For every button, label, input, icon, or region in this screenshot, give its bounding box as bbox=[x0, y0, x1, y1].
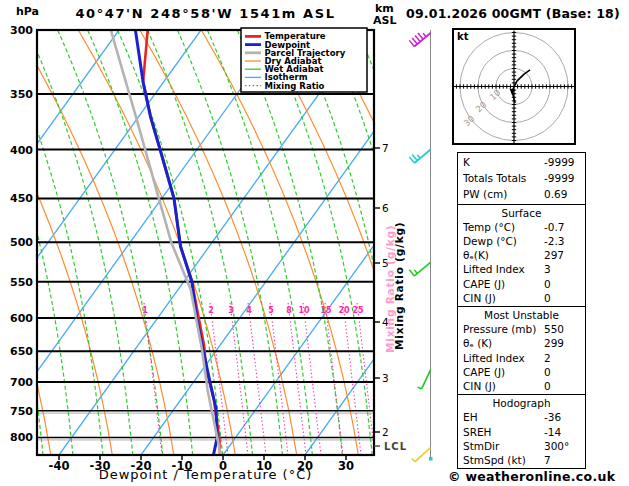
table-row: θₑ(K)297 bbox=[458, 248, 585, 262]
mixing-ratio-line bbox=[303, 302, 321, 455]
mixing-ratio-line bbox=[288, 302, 306, 455]
pressure-tick-label: 350 bbox=[10, 88, 33, 101]
wind-barb-full-tick bbox=[412, 154, 417, 160]
table-section-header: Most Unstable bbox=[458, 308, 585, 322]
altitude-km-tick-label: 3 bbox=[382, 372, 389, 384]
wind-barb-full-tick bbox=[409, 270, 414, 276]
table-row: Lifted Index2 bbox=[458, 351, 585, 365]
pressure-tick-label: 550 bbox=[10, 276, 33, 289]
table-row-value: -9999 bbox=[544, 154, 575, 170]
table-row-label: Temp (°C) bbox=[463, 220, 544, 234]
lcl-marker-label: LCL bbox=[384, 441, 407, 452]
table-row-label: SREH bbox=[463, 425, 544, 439]
wind-barb-full-tick bbox=[418, 33, 423, 39]
legend: TemperatureDewpointParcel TrajectoryDry … bbox=[241, 28, 367, 92]
table-row-label: θₑ (K) bbox=[463, 336, 544, 350]
table-section-most-unstable: Most UnstablePressure (mb)550θₑ (K)299Li… bbox=[458, 306, 585, 394]
table-row-value: 7 bbox=[544, 453, 551, 467]
temperature-axis-label: Dewpoint / Temperature (°C) bbox=[37, 467, 374, 482]
mixing-ratio-value-label: 3 bbox=[228, 306, 234, 315]
pressure-tick-label: 500 bbox=[10, 236, 33, 249]
table-row: K-9999 bbox=[458, 154, 585, 170]
run-datetime-label: 09.01.2026 00GMT (Base: 18) bbox=[406, 6, 620, 21]
hodograph: 102030 bbox=[453, 29, 575, 144]
wind-barb-staff bbox=[415, 448, 431, 462]
table-row-value: 0 bbox=[544, 291, 551, 305]
wind-barb-half-tick bbox=[418, 387, 422, 389]
legend-entry-label: Mixing Ratio bbox=[265, 81, 325, 91]
mixing-ratio-value-label: 25 bbox=[352, 306, 364, 315]
mixing-ratio-value-label: 20 bbox=[338, 306, 350, 315]
table-row-value: 297 bbox=[544, 248, 564, 262]
table-row: CAPE (J)0 bbox=[458, 365, 585, 379]
table-row: PW (cm)0.69 bbox=[458, 186, 585, 202]
pressure-tick-label: 750 bbox=[10, 405, 33, 418]
wind-barb bbox=[412, 448, 431, 462]
table-row-label: CAPE (J) bbox=[463, 365, 544, 379]
surface-wind-marker bbox=[429, 457, 433, 461]
table-row-label: PW (cm) bbox=[463, 186, 544, 202]
table-row-label: Pressure (mb) bbox=[463, 322, 544, 336]
altitude-km-tick-label: 2 bbox=[382, 426, 389, 438]
table-row-label: StmDir bbox=[463, 439, 544, 453]
mixing-ratio-value-label: 15 bbox=[320, 306, 332, 315]
pressure-tick-label: 600 bbox=[10, 312, 33, 325]
mixing-ratio-value-label: 8 bbox=[286, 306, 292, 315]
pressure-unit-label: hPa bbox=[16, 5, 39, 18]
table-row: Totals Totals-9999 bbox=[458, 170, 585, 186]
sounding-indices-table: K-9999Totals Totals-9999PW (cm)0.69Surfa… bbox=[457, 152, 586, 469]
wind-barb-half-tick bbox=[414, 270, 417, 273]
pressure-tick-label: 650 bbox=[10, 345, 33, 358]
table-row-label: Lifted Index bbox=[463, 262, 544, 276]
mixing-ratio-value-label: 5 bbox=[268, 306, 274, 315]
mixing-ratio-value-label: 10 bbox=[298, 306, 310, 315]
wind-barb-full-tick bbox=[412, 38, 417, 44]
table-section-indices: K-9999Totals Totals-9999PW (cm)0.69 bbox=[458, 153, 585, 204]
wind-barb-staff bbox=[414, 150, 430, 163]
wind-barb-half-tick bbox=[417, 155, 420, 158]
wind-barb-half-tick bbox=[423, 33, 426, 36]
table-row-label: StmSpd (kt) bbox=[463, 453, 544, 467]
skewt-sounding-page: 1234581015202530035040045050055060065070… bbox=[0, 0, 629, 486]
altitude-km-tick-label: 6 bbox=[382, 202, 389, 214]
mixing-ratio-value-label: 2 bbox=[208, 306, 214, 315]
mixing-ratio-line bbox=[325, 302, 343, 455]
table-row-label: Totals Totals bbox=[463, 170, 544, 186]
table-section-hodograph: HodographEH-36SREH-14StmDir300°StmSpd (k… bbox=[458, 394, 585, 468]
table-row: CAPE (J)0 bbox=[458, 277, 585, 291]
pressure-tick-label: 450 bbox=[10, 192, 33, 205]
station-title: 40°47'N 248°58'W 1541m ASL bbox=[37, 6, 374, 21]
wind-barb bbox=[409, 262, 430, 275]
mixing-ratio-axis-label: Mixing Ratio (g/kg) bbox=[393, 222, 405, 350]
table-row-value: 300° bbox=[544, 439, 569, 453]
altitude-unit-asl-label: ASL bbox=[373, 14, 396, 27]
wind-barb-staff bbox=[422, 370, 431, 389]
mixing-ratio-line bbox=[248, 302, 266, 455]
table-row: Temp (°C)-0.7 bbox=[458, 220, 585, 234]
table-row-value: 299 bbox=[544, 336, 564, 350]
table-section-header: Hodograph bbox=[458, 396, 585, 410]
table-row-label: K bbox=[463, 154, 544, 170]
table-row: StmDir300° bbox=[458, 439, 585, 453]
mixing-ratio-line bbox=[270, 302, 288, 455]
mixing-ratio-value-label: 1 bbox=[142, 306, 148, 315]
pressure-tick-label: 300 bbox=[10, 24, 33, 37]
table-section-surface: SurfaceTemp (°C)-0.7Dewp (°C)-2.3θₑ(K)29… bbox=[458, 204, 585, 306]
pressure-tick-label: 400 bbox=[10, 144, 33, 157]
mixing-ratio-line bbox=[343, 302, 361, 455]
table-row-label: Lifted Index bbox=[463, 351, 544, 365]
pressure-tick-label: 700 bbox=[10, 376, 33, 389]
table-row: SREH-14 bbox=[458, 425, 585, 439]
wind-barb bbox=[418, 370, 431, 389]
table-row-value: -9999 bbox=[544, 170, 575, 186]
wind-barb bbox=[409, 150, 430, 163]
table-row: θₑ (K)299 bbox=[458, 336, 585, 350]
wind-barb-full-tick bbox=[409, 40, 414, 46]
table-row-value: 0 bbox=[544, 379, 551, 393]
table-row: StmSpd (kt)7 bbox=[458, 453, 585, 467]
table-row: Pressure (mb)550 bbox=[458, 322, 585, 336]
altitude-km-tick-label: 7 bbox=[382, 142, 389, 154]
table-row-label: Dewp (°C) bbox=[463, 234, 544, 248]
table-row-label: θₑ(K) bbox=[463, 248, 544, 262]
table-row: Lifted Index3 bbox=[458, 262, 585, 276]
